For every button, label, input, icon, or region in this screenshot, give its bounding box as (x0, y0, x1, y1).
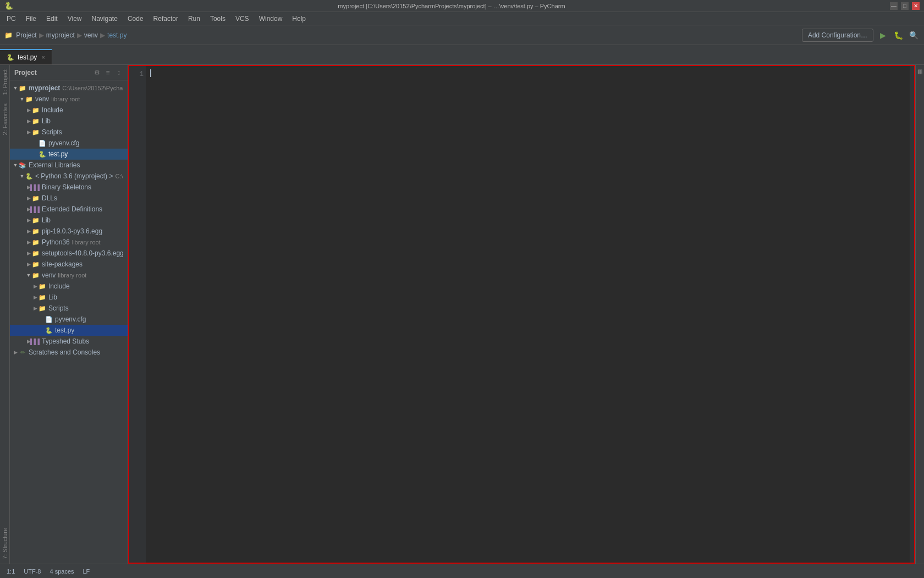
tree-label-dlls: DLLs (42, 194, 57, 202)
tree-arrow-scripts2: ▶ (32, 305, 38, 312)
left-label-project[interactable]: 1: Project (1, 65, 9, 99)
tree-item-scripts1[interactable]: ▶ 📁 Scripts (10, 127, 128, 138)
breadcrumb-testpy[interactable]: test.py (107, 31, 127, 39)
project-layout-button[interactable]: ≡ (103, 68, 112, 77)
status-line-col[interactable]: 1:1 (4, 564, 17, 578)
tree-sublabel-python36: C:\ (115, 173, 123, 179)
py-icon-testpy2: 🐍 (45, 326, 53, 334)
editor-scrollbar[interactable] (910, 66, 914, 563)
menu-window[interactable]: Window (255, 14, 287, 24)
tree-item-python36lib[interactable]: ▶ 📁 Python36 library root (10, 237, 128, 248)
tree-arrow-lib1: ▶ (25, 118, 32, 124)
typeshed-icon: ▌▌▌ (32, 337, 40, 345)
tree-item-pip[interactable]: ▶ 📁 pip-19.0.3-py3.6.egg (10, 226, 128, 237)
tree-item-python36[interactable]: ▼ 🐍 < Python 3.6 (myproject) > C:\ (10, 171, 128, 182)
left-label-favorites[interactable]: 2: Favorites (1, 99, 9, 139)
tree-label-extdefs: Extended Definitions (42, 205, 102, 213)
tree-item-extdefs[interactable]: ▶ ▌▌▌ Extended Definitions (10, 204, 128, 215)
tree-item-lib2[interactable]: ▶ 📁 Lib (10, 215, 128, 226)
tab-close-button[interactable]: × (41, 54, 45, 61)
menu-vcs[interactable]: VCS (231, 14, 254, 24)
tree-item-pyvenv2[interactable]: 📄 pyvenv.cfg (10, 314, 128, 325)
tree-item-scripts2[interactable]: ▶ 📁 Scripts (10, 303, 128, 314)
tree-label-pyvenv2: pyvenv.cfg (55, 315, 86, 323)
search-button[interactable]: 🔍 (908, 29, 920, 41)
right-sidebar-minimap[interactable]: ▦ (917, 66, 923, 77)
status-lf[interactable]: LF (81, 564, 92, 578)
close-button[interactable]: ✕ (912, 2, 920, 10)
run-button[interactable]: ▶ (877, 29, 889, 41)
tree-label-pip: pip-19.0.3-py3.6.egg (42, 227, 102, 235)
tree-arrow-dlls: ▶ (25, 195, 32, 201)
breadcrumb-venv[interactable]: venv (84, 31, 98, 39)
python-icon: 🐍 (25, 172, 33, 180)
project-settings-button[interactable]: ⚙ (92, 68, 101, 77)
tree-arrow-pyvenv2 (38, 316, 45, 323)
tree-item-myproject[interactable]: ▼ 📁 myproject C:\Users\20152\Pycha (10, 83, 128, 94)
project-collapse-button[interactable]: ↕ (114, 68, 123, 77)
menu-run[interactable]: Run (184, 14, 205, 24)
tree-label-lib1: Lib (42, 117, 51, 125)
breadcrumb-myproject[interactable]: myproject (46, 31, 75, 39)
editor-area[interactable]: 1 (128, 65, 915, 564)
editor-content[interactable] (146, 66, 910, 563)
tree-item-testpy2[interactable]: 🐍 test.py (10, 325, 128, 336)
window-controls: — □ ✕ (890, 2, 920, 10)
tree-item-testpy1[interactable]: 🐍 test.py (10, 149, 128, 160)
tree-item-venv2[interactable]: ▼ 📁 venv library root (10, 270, 128, 281)
menu-view[interactable]: View (63, 14, 86, 24)
tree-item-setuptools[interactable]: ▶ 📁 setuptools-40.8.0-py3.6.egg (10, 248, 128, 259)
menu-navigate[interactable]: Navigate (87, 14, 122, 24)
tree-item-venv1[interactable]: ▼ 📁 venv library root (10, 94, 128, 105)
editor-gutter: 1 (129, 66, 146, 563)
tree-item-include2[interactable]: ▶ 📁 Include (10, 281, 128, 292)
tree-sublabel-python36lib: library root (72, 239, 101, 246)
tree-item-typeshed[interactable]: ▶ ▌▌▌ Typeshed Stubs (10, 336, 128, 347)
left-label-structure[interactable]: 7: Structure (1, 524, 9, 564)
tree-item-scratches[interactable]: ▶ ✏ Scratches and Consoles (10, 347, 128, 358)
status-encoding[interactable]: UTF-8 (21, 564, 43, 578)
tree-arrow-scripts1: ▶ (25, 129, 32, 135)
tree-arrow-scratches: ▶ (12, 349, 19, 356)
tree-item-include1[interactable]: ▶ 📁 Include (10, 105, 128, 116)
menu-edit[interactable]: Edit (42, 14, 62, 24)
breadcrumb-project[interactable]: 📁 Project (4, 31, 37, 39)
tab-test-py[interactable]: 🐍 test.py × (0, 49, 52, 64)
tree-label-testpy1: test.py (48, 150, 68, 158)
tree-item-external[interactable]: ▼ 📚 External Libraries (10, 160, 128, 171)
debug-button[interactable]: 🐛 (892, 29, 904, 41)
tree-label-typeshed: Typeshed Stubs (42, 337, 89, 345)
tree-item-sitepackages[interactable]: ▶ 📁 site-packages (10, 259, 128, 270)
tree-item-lib3[interactable]: ▶ 📁 Lib (10, 292, 128, 303)
tree-item-binary[interactable]: ▶ ▌▌▌ Binary Skeletons (10, 182, 128, 193)
menu-file[interactable]: File (21, 14, 41, 24)
tree-label-python36: < Python 3.6 (myproject) > (35, 172, 113, 180)
status-indent[interactable]: 4 spaces (47, 564, 76, 578)
folder-icon-python36lib: 📁 (32, 238, 40, 246)
menu-code[interactable]: Code (123, 14, 148, 24)
folder-icon-setuptools: 📁 (32, 249, 40, 257)
maximize-button[interactable]: □ (901, 2, 909, 10)
lf-value: LF (83, 568, 90, 575)
app-icon: 🐍 (4, 2, 13, 10)
toolbar: 📁 Project ▶ myproject ▶ venv ▶ test.py A… (0, 25, 924, 45)
menu-help[interactable]: Help (288, 14, 310, 24)
encoding-value: UTF-8 (24, 568, 41, 575)
menu-refactor[interactable]: Refactor (149, 14, 183, 24)
tree-item-lib1[interactable]: ▶ 📁 Lib (10, 116, 128, 127)
text-cursor (150, 69, 151, 77)
menu-bar: PC File Edit View Navigate Code Refactor… (0, 12, 924, 25)
project-panel: Project ⚙ ≡ ↕ ▼ 📁 myproject C:\Users\201… (10, 65, 128, 564)
menu-pc[interactable]: PC (2, 14, 20, 24)
breadcrumb-sep2: ▶ (77, 31, 82, 39)
minimize-button[interactable]: — (890, 2, 898, 10)
project-panel-title: Project (14, 69, 89, 77)
menu-tools[interactable]: Tools (206, 14, 230, 24)
tree-item-dlls[interactable]: ▶ 📁 DLLs (10, 193, 128, 204)
folder-icon-include1: 📁 (32, 106, 40, 114)
tree-item-pyvenv1[interactable]: 📄 pyvenv.cfg (10, 138, 128, 149)
add-configuration-button[interactable]: Add Configuration… (802, 29, 873, 42)
project-panel-header: Project ⚙ ≡ ↕ (10, 65, 128, 80)
tree-label-scripts2: Scripts (48, 304, 69, 312)
project-header-icons: ⚙ ≡ ↕ (92, 68, 123, 77)
